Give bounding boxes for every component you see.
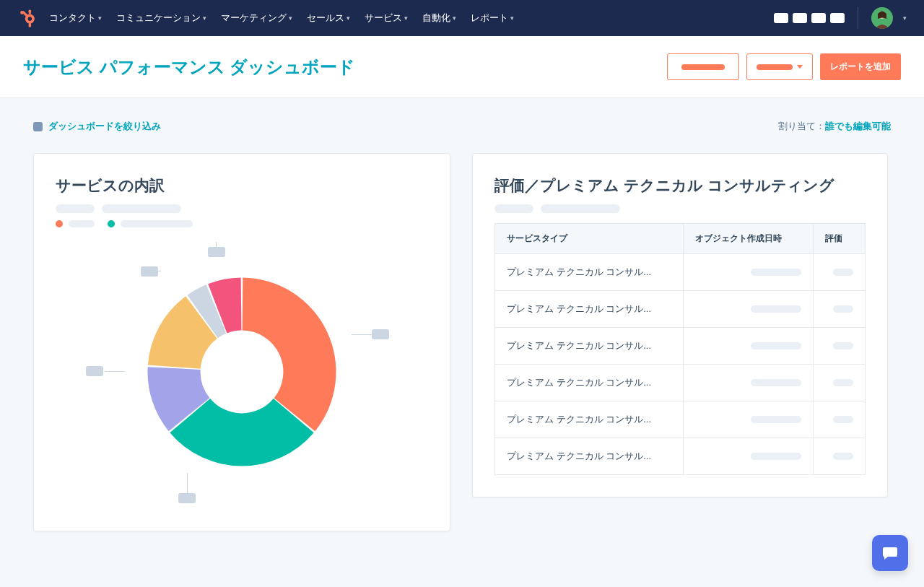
td-date bbox=[684, 438, 814, 475]
nav-right: ▾ bbox=[774, 7, 907, 29]
table-row[interactable]: プレミアム テクニカル コンサル... bbox=[495, 328, 866, 365]
td-date bbox=[684, 254, 814, 291]
td-service: プレミアム テクニカル コンサル... bbox=[495, 438, 684, 475]
rating-table: サービスタイプ オブジェクト作成日時 評価 プレミアム テクニカル コンサル..… bbox=[494, 223, 866, 475]
th-rating[interactable]: 評価 bbox=[814, 224, 866, 254]
donut-svg bbox=[137, 267, 346, 477]
rating-placeholder bbox=[833, 379, 853, 386]
td-date bbox=[684, 401, 814, 438]
td-service: プレミアム テクニカル コンサル... bbox=[495, 328, 684, 365]
assignment-info[interactable]: 割り当て：誰でも編集可能 bbox=[778, 120, 891, 133]
card-subtitle bbox=[494, 204, 866, 213]
nav-item-marketing[interactable]: マーケティング▾ bbox=[221, 12, 292, 25]
rating-placeholder bbox=[833, 342, 853, 349]
top-nav: コンタクト▾ コミュニケーション▾ マーケティング▾ セールス▾ サービス▾ 自… bbox=[0, 0, 924, 36]
donut-slice[interactable] bbox=[243, 278, 336, 432]
chat-fab-button[interactable] bbox=[872, 535, 908, 553]
table-wrap: サービスタイプ オブジェクト作成日時 評価 プレミアム テクニカル コンサル..… bbox=[494, 223, 866, 475]
nav-box[interactable] bbox=[793, 13, 807, 23]
legend-dot-icon bbox=[56, 220, 63, 227]
card-title: サービスの内訳 bbox=[56, 175, 428, 196]
svg-point-2 bbox=[28, 17, 32, 21]
add-report-button[interactable]: レポートを追加 bbox=[820, 53, 901, 80]
subtitle-placeholder bbox=[541, 204, 620, 213]
subtitle-placeholder bbox=[56, 204, 95, 213]
nav-item-service[interactable]: サービス▾ bbox=[365, 12, 408, 25]
subtitle-placeholder bbox=[102, 204, 181, 213]
td-rating bbox=[814, 328, 866, 365]
td-rating bbox=[814, 254, 866, 291]
legend-item-2[interactable] bbox=[108, 220, 193, 227]
content-area: サービスの内訳 bbox=[0, 143, 924, 553]
page-header: サービス パフォーマンス ダッシュボード レポートを追加 bbox=[0, 36, 924, 98]
table-row[interactable]: プレミアム テクニカル コンサル... bbox=[495, 291, 866, 328]
chevron-down-icon: ▾ bbox=[289, 14, 292, 22]
callout-label bbox=[372, 329, 389, 339]
table-row[interactable]: プレミアム テクニカル コンサル... bbox=[495, 254, 866, 291]
header-outline-btn-1[interactable] bbox=[667, 53, 739, 80]
nav-item-communications[interactable]: コミュニケーション▾ bbox=[116, 12, 206, 25]
table-row[interactable]: プレミアム テクニカル コンサル... bbox=[495, 438, 866, 475]
card-service-breakdown: サービスの内訳 bbox=[33, 153, 450, 531]
nav-item-automation[interactable]: 自動化▾ bbox=[422, 12, 456, 25]
assignment-label: 割り当て： bbox=[778, 121, 825, 131]
nav-item-sales[interactable]: セールス▾ bbox=[307, 12, 350, 25]
nav-box[interactable] bbox=[774, 13, 788, 23]
callout-line bbox=[352, 334, 372, 335]
hubspot-logo-icon[interactable] bbox=[17, 9, 36, 27]
nav-box[interactable] bbox=[830, 13, 845, 23]
avatar[interactable] bbox=[871, 7, 893, 29]
chat-icon bbox=[881, 544, 899, 553]
td-rating bbox=[814, 291, 866, 328]
assignment-value: 誰でも編集可能 bbox=[825, 121, 891, 131]
legend-dot-icon bbox=[108, 220, 115, 227]
td-date bbox=[684, 291, 814, 328]
nav-box[interactable] bbox=[811, 13, 826, 23]
rating-placeholder bbox=[833, 305, 853, 313]
nav-item-contacts[interactable]: コンタクト▾ bbox=[49, 12, 102, 25]
subheader: ダッシュボードを絞り込み 割り当て：誰でも編集可能 bbox=[0, 98, 924, 143]
table-header-row: サービスタイプ オブジェクト作成日時 評価 bbox=[495, 224, 866, 254]
header-actions: レポートを追加 bbox=[667, 53, 901, 80]
svg-point-7 bbox=[28, 25, 31, 27]
card-subtitle bbox=[56, 204, 428, 213]
date-placeholder bbox=[751, 379, 801, 386]
td-service: プレミアム テクニカル コンサル... bbox=[495, 291, 684, 328]
card-title: 評価／プレミアム テクニカル コンサルティング bbox=[494, 175, 866, 196]
btn-placeholder bbox=[757, 64, 793, 70]
svg-point-5 bbox=[28, 9, 31, 12]
callout-label bbox=[141, 266, 158, 277]
table-row[interactable]: プレミアム テクニカル コンサル... bbox=[495, 365, 866, 401]
header-outline-btn-2[interactable] bbox=[746, 53, 813, 80]
rating-placeholder bbox=[833, 269, 853, 276]
chevron-down-icon: ▾ bbox=[346, 14, 350, 22]
filter-dashboard-link[interactable]: ダッシュボードを絞り込み bbox=[33, 120, 161, 133]
td-date bbox=[684, 365, 814, 401]
td-service: プレミアム テクニカル コンサル... bbox=[495, 254, 684, 291]
chevron-down-icon: ▾ bbox=[404, 14, 408, 22]
td-rating bbox=[814, 365, 866, 401]
legend-item-1[interactable] bbox=[56, 220, 95, 227]
td-rating bbox=[814, 438, 866, 475]
callout-label bbox=[208, 247, 225, 257]
td-service: プレミアム テクニカル コンサル... bbox=[495, 365, 684, 401]
avatar-chevron-icon[interactable]: ▾ bbox=[903, 14, 907, 22]
chart-legend bbox=[56, 220, 428, 227]
table-row[interactable]: プレミアム テクニカル コンサル... bbox=[495, 401, 866, 438]
th-created-date[interactable]: オブジェクト作成日時 bbox=[684, 224, 814, 254]
chevron-down-icon: ▾ bbox=[98, 14, 102, 22]
chevron-down-icon: ▾ bbox=[510, 14, 514, 22]
date-placeholder bbox=[751, 416, 801, 423]
dropdown-caret-icon bbox=[797, 65, 803, 69]
filter-icon bbox=[33, 122, 43, 131]
date-placeholder bbox=[751, 269, 801, 276]
th-service-type[interactable]: サービスタイプ bbox=[495, 224, 684, 254]
chevron-down-icon: ▾ bbox=[453, 14, 456, 22]
callout-line bbox=[105, 371, 125, 372]
nav-item-reports[interactable]: レポート▾ bbox=[471, 12, 514, 25]
td-service: プレミアム テクニカル コンサル... bbox=[495, 401, 684, 438]
td-rating bbox=[814, 401, 866, 438]
date-placeholder bbox=[751, 342, 801, 349]
legend-label bbox=[121, 220, 193, 227]
date-placeholder bbox=[751, 305, 801, 313]
